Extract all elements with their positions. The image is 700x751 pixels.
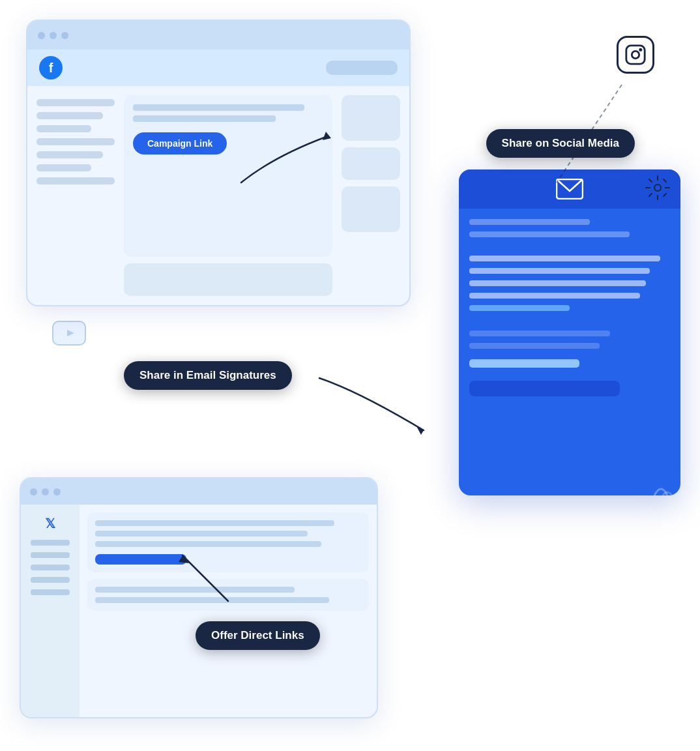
- instagram-icon: [617, 36, 654, 74]
- cable-plug: [550, 601, 680, 731]
- twitter-sidebar: 𝕏: [21, 505, 80, 717]
- svg-rect-18: [579, 702, 599, 715]
- twitter-post-2: [87, 579, 369, 611]
- facebook-header: f: [27, 50, 409, 86]
- dot-3: [61, 32, 68, 39]
- tooltip-direct-links: Offer Direct Links: [196, 621, 320, 650]
- post-line: [133, 115, 276, 122]
- facebook-side-cards: [342, 95, 400, 296]
- facebook-bottom: [124, 263, 332, 296]
- email-line: [469, 231, 630, 237]
- email-line: [469, 268, 650, 274]
- dot-3: [53, 488, 61, 495]
- post-lines: [133, 104, 323, 122]
- dot-2: [42, 488, 49, 495]
- sidebar-line: [36, 138, 115, 145]
- sidebar-line: [36, 99, 115, 106]
- tw-line: [95, 531, 308, 537]
- facebook-search: [326, 61, 398, 75]
- email-window: [459, 169, 680, 495]
- tooltip-social-label: Share on Social Media: [502, 137, 619, 149]
- dot-1: [38, 32, 45, 39]
- email-icon: [556, 179, 583, 199]
- facebook-icon: f: [39, 56, 63, 80]
- side-card-2: [342, 147, 400, 180]
- twitter-titlebar: [21, 479, 377, 505]
- tooltip-social-media: Share on Social Media: [486, 129, 635, 158]
- facebook-content: Campaign Link: [27, 86, 409, 305]
- facebook-titlebar: [27, 21, 409, 50]
- post-line: [133, 104, 304, 111]
- side-card-3: [342, 186, 400, 232]
- tooltip-email-signatures: Share in Email Signatures: [124, 361, 292, 390]
- sidebar-line: [36, 164, 91, 171]
- tw-nav-line: [31, 565, 70, 570]
- svg-marker-13: [67, 330, 74, 336]
- twitter-link-btn: [95, 554, 186, 565]
- email-line: [469, 256, 660, 261]
- sidebar-line: [36, 151, 103, 158]
- tooltip-email-label: Share in Email Signatures: [139, 369, 276, 381]
- svg-point-1: [632, 51, 639, 58]
- email-line: [469, 219, 590, 225]
- dot-2: [50, 32, 57, 39]
- svg-line-21: [605, 720, 612, 724]
- tw-nav-line: [31, 589, 70, 595]
- email-line-highlight: [469, 359, 579, 368]
- facebook-post: Campaign Link: [124, 95, 332, 257]
- tw-line: [95, 587, 295, 593]
- tw-nav-line: [31, 552, 70, 558]
- email-line: [469, 343, 600, 349]
- email-waves: [648, 463, 680, 495]
- svg-marker-16: [416, 425, 424, 435]
- campaign-link-button[interactable]: Campaign Link: [133, 132, 227, 155]
- scene: f Campaign Link: [0, 0, 700, 751]
- email-line: [469, 280, 646, 286]
- twitter-x-icon: 𝕏: [40, 514, 60, 533]
- arrow-email: [306, 365, 469, 463]
- email-cta: [469, 381, 620, 396]
- sidebar-line: [36, 125, 91, 132]
- tw-line: [95, 520, 334, 526]
- sidebar-line: [36, 177, 115, 184]
- tw-nav-line: [31, 577, 70, 583]
- side-card-1: [342, 95, 400, 141]
- tw-nav-line: [31, 540, 70, 546]
- svg-line-19: [605, 707, 612, 711]
- svg-point-2: [640, 49, 641, 50]
- facebook-window: f Campaign Link: [26, 20, 411, 306]
- sidebar-line: [36, 112, 103, 119]
- twitter-window: 𝕏: [20, 477, 378, 718]
- email-line: [469, 331, 610, 336]
- facebook-sidebar: [36, 95, 115, 296]
- email-header: [459, 169, 680, 209]
- tw-line: [95, 597, 329, 603]
- twitter-main: [80, 505, 377, 717]
- svg-rect-0: [626, 46, 645, 64]
- tooltip-direct-label: Offer Direct Links: [211, 629, 304, 641]
- email-highlight: [469, 305, 570, 311]
- twitter-post: [87, 512, 369, 572]
- email-line: [469, 293, 640, 299]
- youtube-icon: [52, 321, 86, 346]
- tw-line: [95, 541, 321, 547]
- email-body: [459, 209, 680, 407]
- twitter-content: 𝕏: [21, 505, 377, 717]
- facebook-main: Campaign Link: [124, 95, 332, 296]
- dot-1: [30, 488, 37, 495]
